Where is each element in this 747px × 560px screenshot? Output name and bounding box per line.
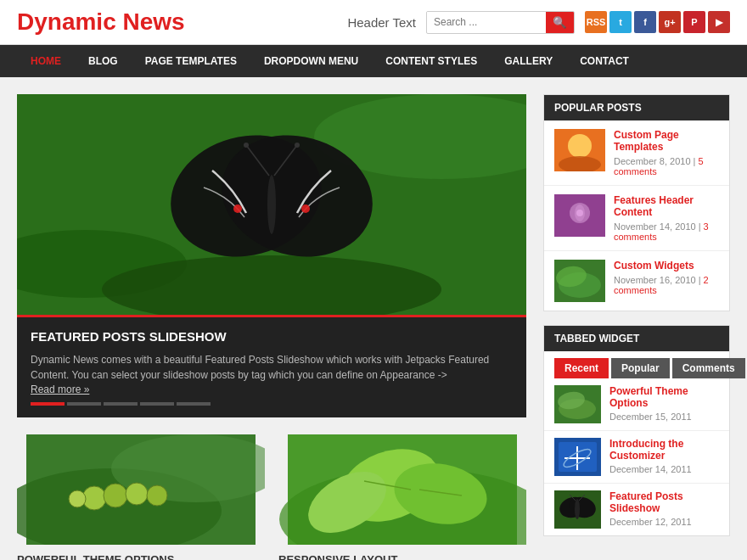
nav-item-contact[interactable]: CONTACT: [566, 45, 643, 77]
pp-title-3[interactable]: Custom Widgets: [614, 260, 719, 272]
tab-popular[interactable]: Popular: [611, 358, 670, 378]
pp-thumb-1: [554, 129, 605, 171]
post-thumb-1: [17, 434, 265, 545]
tabbed-post-2: Introducing the Customizer December 14, …: [544, 431, 729, 484]
tp-info-3: Featured Posts Slideshow December 12, 20…: [609, 490, 719, 529]
site-title[interactable]: Dynamic News: [17, 8, 185, 36]
post-thumb-2: [278, 434, 526, 545]
nav-item-blog[interactable]: BLOG: [75, 45, 132, 77]
site-header: Dynamic News Header Text 🔍 RSS t f g+ P …: [0, 0, 747, 45]
google-plus-icon[interactable]: g+: [659, 11, 681, 33]
tp-thumb-green-img: [554, 385, 601, 423]
tp-thumb-3: [554, 490, 601, 529]
tabbed-widget-title: TABBED WIDGET: [544, 326, 729, 351]
svg-point-11: [244, 143, 249, 148]
pp-thumb-purple-img: [554, 194, 605, 237]
pp-meta-1: December 8, 2010 | 5 comments: [614, 156, 719, 176]
slideshow-description: Dynamic News comes with a beautiful Feat…: [31, 352, 513, 383]
youtube-icon[interactable]: ▶: [708, 11, 730, 33]
main-content: FEATURED POSTS SLIDESHOW Dynamic News co…: [17, 94, 526, 560]
tabbed-post-1: Powerful Theme Options December 15, 2011: [544, 378, 729, 431]
tp-title-2[interactable]: Introducing the Customizer: [609, 438, 719, 462]
post-1-title[interactable]: POWERFUL THEME OPTIONS: [17, 553, 265, 560]
svg-point-34: [576, 210, 583, 216]
pinterest-icon[interactable]: P: [683, 11, 705, 33]
slideshow-caption: FEATURED POSTS SLIDESHOW Dynamic News co…: [17, 315, 526, 417]
tabbed-post-3: Featured Posts Slideshow December 12, 20…: [544, 484, 729, 535]
pp-meta-3: November 16, 2010 | 2 comments: [614, 275, 719, 295]
header-right: Header Text 🔍 RSS t f g+ P ▶: [347, 11, 730, 34]
slideshow-image: [17, 94, 526, 315]
post-card-2: RESPONSIVE LAYOUT December 11, 2010 | Le…: [278, 434, 526, 560]
pp-thumb-3: [554, 260, 605, 302]
tp-title-3[interactable]: Featured Posts Slideshow: [609, 490, 719, 514]
svg-point-12: [295, 143, 300, 148]
pp-info-3: Custom Widgets November 16, 2010 | 2 com…: [614, 260, 719, 302]
pp-meta-2: November 14, 2010 | 3 comments: [614, 221, 719, 242]
tp-thumb-1: [554, 385, 601, 423]
nav-item-dropdown-menu[interactable]: DROPDOWN MENU: [250, 45, 372, 77]
featured-slideshow: FEATURED POSTS SLIDESHOW Dynamic News co…: [17, 94, 526, 417]
tab-recent[interactable]: Recent: [554, 358, 609, 378]
slideshow-read-more[interactable]: Read more »: [31, 384, 89, 395]
popular-posts-title: POPULAR POSTS: [544, 95, 729, 120]
tp-title-1[interactable]: Powerful Theme Options: [609, 385, 719, 409]
tabbed-widget: TABBED WIDGET Recent Popular Comments Po…: [543, 325, 730, 536]
tp-date-1: December 15, 2011: [609, 412, 719, 422]
main-nav: HOME BLOG PAGE TEMPLATES DROPDOWN MENU C…: [0, 45, 747, 77]
svg-point-7: [301, 204, 310, 213]
post-2-title[interactable]: RESPONSIVE LAYOUT: [278, 553, 526, 560]
butterfly-svg: [17, 94, 526, 315]
pp-thumb-green-img: [554, 260, 605, 302]
dot-3[interactable]: [104, 402, 138, 406]
svg-point-29: [568, 134, 592, 158]
dot-4[interactable]: [140, 402, 174, 406]
post-card-1: POWERFUL THEME OPTIONS December 15, 2011…: [17, 434, 265, 560]
search-button[interactable]: 🔍: [546, 12, 574, 33]
nav-item-home[interactable]: HOME: [17, 45, 75, 77]
pp-title-2[interactable]: Features Header Content: [614, 194, 719, 218]
search-input[interactable]: [427, 12, 546, 32]
dot-2[interactable]: [67, 402, 101, 406]
svg-point-19: [147, 485, 167, 506]
posts-grid: POWERFUL THEME OPTIONS December 15, 2011…: [17, 434, 526, 560]
leaves-image: [278, 434, 526, 545]
pp-info-2: Features Header Content November 14, 201…: [614, 194, 719, 242]
nav-item-page-templates[interactable]: PAGE TEMPLATES: [132, 45, 250, 77]
popular-post-2: Features Header Content November 14, 201…: [544, 186, 729, 251]
tp-date-2: December 14, 2011: [609, 464, 719, 474]
tab-buttons: Recent Popular Comments: [544, 351, 729, 378]
svg-point-8: [267, 175, 276, 234]
twitter-icon[interactable]: t: [609, 11, 632, 33]
pp-thumb-orange-img: [554, 129, 605, 171]
content-area: FEATURED POSTS SLIDESHOW Dynamic News co…: [0, 77, 747, 560]
svg-point-6: [233, 204, 242, 213]
pp-title-1[interactable]: Custom Page Templates: [614, 129, 719, 153]
tab-comments[interactable]: Comments: [672, 358, 745, 378]
nav-item-content-styles[interactable]: CONTENT STYLES: [372, 45, 491, 77]
popular-post-3: Custom Widgets November 16, 2010 | 2 com…: [544, 251, 729, 311]
popular-post-1: Custom Page Templates December 8, 2010 |…: [544, 120, 729, 186]
pp-info-1: Custom Page Templates December 8, 2010 |…: [614, 129, 719, 176]
tp-thumb-2: [554, 438, 601, 476]
slideshow-title: FEATURED POSTS SLIDESHOW: [31, 329, 513, 344]
svg-point-49: [575, 499, 580, 519]
svg-point-18: [126, 483, 148, 505]
header-text: Header Text: [347, 15, 416, 30]
dot-5[interactable]: [177, 402, 211, 406]
slideshow-dots: [31, 402, 513, 406]
tp-thumb-blue-img: [554, 438, 601, 476]
rss-icon[interactable]: RSS: [585, 11, 607, 33]
sidebar: POPULAR POSTS Custom Page Templates Dece…: [543, 94, 730, 560]
caterpillar-image: [17, 434, 265, 545]
tp-info-1: Powerful Theme Options December 15, 2011: [609, 385, 719, 423]
facebook-icon[interactable]: f: [634, 11, 656, 33]
social-icons-bar: RSS t f g+ P ▶: [585, 11, 730, 33]
tp-info-2: Introducing the Customizer December 14, …: [609, 438, 719, 476]
dot-1[interactable]: [31, 402, 65, 406]
tp-thumb-butterfly-img: [554, 490, 601, 529]
nav-item-gallery[interactable]: GALLERY: [491, 45, 566, 77]
tp-date-3: December 12, 2011: [609, 517, 719, 527]
svg-point-17: [104, 484, 127, 507]
pp-thumb-2: [554, 194, 605, 237]
